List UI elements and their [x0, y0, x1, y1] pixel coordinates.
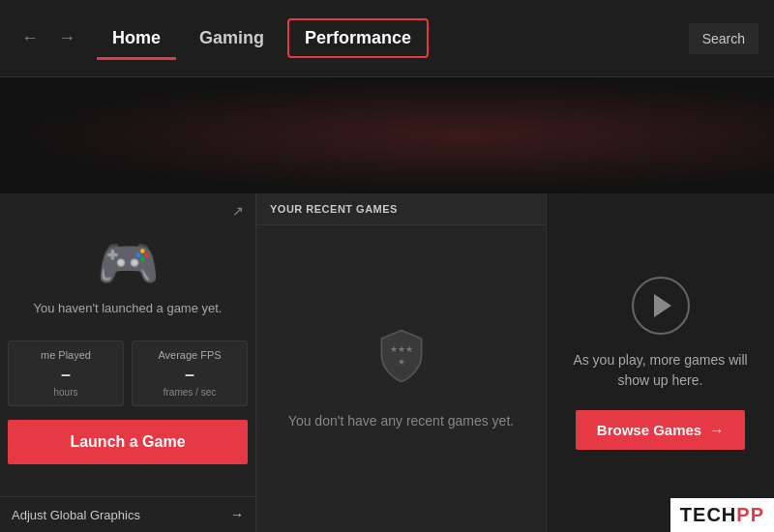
shield-icon: ★★★ ★ [372, 327, 431, 398]
browse-games-button[interactable]: Browse Games → [576, 410, 745, 450]
search-button[interactable]: Search [689, 23, 759, 54]
tab-home[interactable]: Home [97, 20, 176, 56]
stats-row: me Played – hours Average FPS – frames /… [0, 340, 255, 406]
avg-fps-value: – [185, 365, 194, 385]
browse-games-arrow: → [709, 422, 724, 438]
back-button[interactable]: ← [15, 24, 45, 52]
tab-performance[interactable]: Performance [287, 18, 429, 58]
more-games-text: As you play, more games will show up her… [566, 350, 755, 391]
time-played-label: me Played [41, 349, 91, 361]
left-panel-header: ↗ [0, 193, 255, 222]
nav-arrows: ← → [15, 24, 81, 52]
adjust-graphics-arrow: → [230, 507, 244, 522]
forward-button[interactable]: → [52, 24, 81, 52]
watermark-text: TECHPP [680, 504, 764, 525]
watermark-tech: TECH [680, 504, 736, 525]
header: ← → Home Gaming Performance Search [0, 0, 774, 77]
watermark: TECHPP [670, 498, 774, 532]
svg-text:★: ★ [398, 357, 405, 367]
no-game-text: You haven't launched a game yet. [34, 301, 223, 315]
tab-gaming[interactable]: Gaming [184, 20, 280, 56]
avg-fps-unit: frames / sec [164, 387, 216, 398]
left-panel: ↗ 🎮 You haven't launched a game yet. me … [0, 193, 256, 532]
hero-banner [0, 77, 774, 193]
expand-icon[interactable]: ↗ [232, 203, 244, 219]
launch-game-button[interactable]: Launch a Game [8, 420, 248, 464]
adjust-graphics-row[interactable]: Adjust Global Graphics → [0, 496, 255, 532]
play-icon-circle [632, 277, 690, 335]
recent-games-title: YOUR RECENT GAMES [256, 193, 546, 225]
time-played-stat: me Played – hours [8, 340, 124, 406]
play-triangle-icon [654, 294, 671, 317]
hero-background [0, 77, 774, 193]
controller-icon: 🎮 [97, 234, 160, 293]
watermark-pp: PP [736, 504, 764, 525]
adjust-graphics-label: Adjust Global Graphics [12, 508, 140, 522]
app-container: ← → Home Gaming Performance Search ↗ 🎮 Y… [0, 0, 774, 532]
svg-text:★★★: ★★★ [390, 343, 413, 353]
time-played-value: – [61, 365, 71, 385]
time-played-unit: hours [53, 387, 77, 398]
browse-games-label: Browse Games [597, 422, 701, 438]
no-recent-games-text: You don't have any recent games yet. [288, 411, 514, 431]
avg-fps-stat: Average FPS – frames / sec [132, 340, 248, 406]
controller-area: 🎮 You haven't launched a game yet. [0, 222, 255, 340]
right-panel: As you play, more games will show up her… [547, 193, 774, 532]
recent-games-body: ★★★ ★ You don't have any recent games ye… [256, 225, 546, 532]
nav-tabs: Home Gaming Performance [97, 18, 689, 58]
content-area: ↗ 🎮 You haven't launched a game yet. me … [0, 193, 774, 532]
middle-panel: YOUR RECENT GAMES ★★★ ★ You don't have a… [256, 193, 547, 532]
avg-fps-label: Average FPS [158, 349, 221, 361]
